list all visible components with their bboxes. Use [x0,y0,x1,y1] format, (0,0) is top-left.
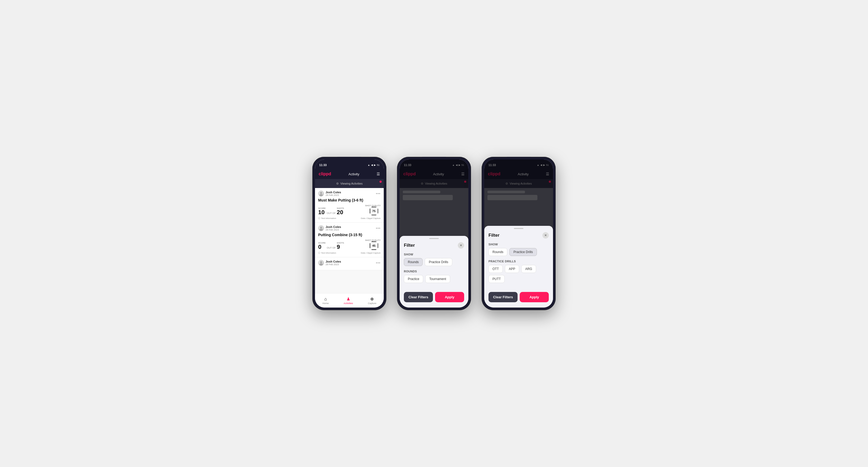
score-value-2: 0 [318,244,326,250]
activity-title-2: Putting Combine (3-15 ft) [318,233,380,237]
shot-quality-label-1: Shot Quality [365,205,380,207]
clear-filters-btn-2[interactable]: Clear Filters [404,292,433,302]
avatar-1 [318,191,324,196]
user-date-1: 28 Feb 2023 [326,194,341,196]
drill-arg-btn[interactable]: ARG [521,265,536,273]
activity-card-3[interactable]: Josh Coles 28 Feb 2023 ••• [315,257,384,270]
score-value-1: 10 [318,210,326,215]
apply-btn-2[interactable]: Apply [435,292,464,302]
user-date-3: 28 Feb 2023 [326,263,341,266]
menu-icon-1[interactable]: ☰ [377,172,380,176]
user-details-1: Josh Coles 28 Feb 2023 [326,191,341,196]
drill-app-btn[interactable]: APP [505,265,519,273]
user-info-3: Josh Coles 28 Feb 2023 [318,260,341,266]
user-name-1: Josh Coles [326,191,341,194]
rounds-practice-btn-2[interactable]: Practice [404,275,423,283]
filter-header-2: Filter ✕ [400,239,468,251]
more-menu-1[interactable]: ••• [376,191,380,196]
wifi-icon: ◀ [371,164,373,166]
more-menu-3[interactable]: ••• [376,261,380,265]
more-menu-2[interactable]: ••• [376,226,380,230]
show-drills-btn-3[interactable]: Practice Drills [509,248,537,256]
status-time-1: 11:33 [319,163,327,166]
score-col-2: Score 0 [318,242,326,250]
card-footer-1: ⓘ Test Information Data: Clippd Capture [318,217,380,220]
drill-ott-btn[interactable]: OTT [489,265,503,273]
phone-2-screen: 11:33 ▲ ◀ ▶ 51 clippd Activity ☰ ⚙ Viewi… [400,159,468,308]
close-filter-2[interactable]: ✕ [458,242,464,249]
filter-title-3: Filter [489,233,500,238]
notification-dot-1 [379,181,382,183]
card-footer-2: ⓘ Test Information Data: Clippd Capture [318,251,380,254]
test-info-2[interactable]: ⓘ Test Information [318,251,336,254]
apply-btn-3[interactable]: Apply [520,292,549,302]
bottom-nav-1: ⌂ Home ♟ Activities ⊕ Capture [315,293,384,308]
nav-capture-label: Capture [368,302,376,305]
drill-putt-btn[interactable]: PUTT [489,275,505,283]
phone-1: 11:33 ▲ ◀ ▶ 51 clippd Activity ☰ ⚙ Viewi… [312,157,386,310]
filter-title-2: Filter [404,243,415,248]
user-info-2: Josh Coles 28 Feb 2023 [318,225,341,231]
data-source-2: Data: Clippd Capture [361,252,380,254]
filter-body-2: Show Rounds Practice Drills Rounds Pract… [400,251,468,289]
viewing-bar-text-1: Viewing Activities [340,182,363,185]
activity-card-2[interactable]: Josh Coles 28 Feb 2023 ••• Putting Combi… [315,223,384,257]
shots-value-2: 9 [337,244,344,250]
close-filter-3[interactable]: ✕ [542,232,549,239]
nav-capture-1[interactable]: ⊕ Capture [368,297,376,305]
shots-col-2: Shots 9 [337,242,344,250]
svg-point-2 [320,227,322,228]
svg-point-4 [320,261,322,263]
svg-point-1 [319,194,323,196]
user-name-3: Josh Coles [326,260,341,263]
shots-value-1: 20 [337,210,344,215]
shot-quality-2: Shot Quality 45 [365,239,380,250]
phone-3: 11:33 ▲ ◀ ▶ 51 clippd Activity ☰ ⚙ Viewi… [482,157,556,310]
phone-1-screen: 11:33 ▲ ◀ ▶ 51 clippd Activity ☰ ⚙ Viewi… [315,159,384,308]
rounds-buttons-2: Practice Tournament [404,275,464,283]
drills-buttons-3: OTT APP ARG PUTT [489,265,549,283]
filter-body-3: Show Rounds Practice Drills Practice Dri… [484,241,553,289]
clear-filters-btn-3[interactable]: Clear Filters [489,292,518,302]
card-header-1: Josh Coles 28 Feb 2023 ••• [318,191,380,196]
avatar-2 [318,225,324,231]
user-name-2: Josh Coles [326,225,341,228]
activity-title-1: Must Make Putting (3-6 ft) [318,198,380,202]
show-rounds-btn-3[interactable]: Rounds [489,248,507,256]
shot-quality-badge-2: 45 [370,242,378,250]
stats-row-1: Score 10 OUT OF Shots 20 Shot Qua [318,205,380,215]
rounds-tournament-btn-2[interactable]: Tournament [425,275,450,283]
show-rounds-btn-2[interactable]: Rounds [404,258,423,266]
user-details-3: Josh Coles 28 Feb 2023 [326,260,341,266]
phone-3-screen: 11:33 ▲ ◀ ▶ 51 clippd Activity ☰ ⚙ Viewi… [484,159,553,308]
info-icon-2: ⓘ [318,251,320,254]
nav-home-1[interactable]: ⌂ Home [322,297,329,305]
show-label-3: Show [489,243,549,246]
stats-section-2: Score 0 OUT OF Shots 9 [318,242,344,250]
nav-activities-1[interactable]: ♟ Activities [344,297,353,305]
viewing-bar-1[interactable]: ⚙ Viewing Activities [315,179,384,188]
activity-card-1[interactable]: Josh Coles 28 Feb 2023 ••• Must Make Put… [315,188,384,223]
filter-footer-2: Clear Filters Apply [400,289,468,308]
data-source-1: Data: Clippd Capture [361,217,380,219]
filter-footer-3: Clear Filters Apply [484,289,553,308]
activities-icon: ♟ [346,297,350,302]
filter-header-3: Filter ✕ [484,229,553,241]
user-info-1: Josh Coles 28 Feb 2023 [318,191,341,196]
svg-point-3 [319,229,323,231]
show-label-2: Show [404,253,464,256]
status-icons-1: ▲ ◀ ▶ 51 [368,164,379,166]
test-info-1[interactable]: ⓘ Test Information [318,217,336,220]
filter-modal-2: Filter ✕ Show Rounds Practice Drills Rou… [400,236,468,308]
show-drills-btn-2[interactable]: Practice Drills [425,258,452,266]
card-header-2: Josh Coles 28 Feb 2023 ••• [318,225,380,231]
drills-label-3: Practice Drills [489,260,549,263]
user-details-2: Josh Coles 28 Feb 2023 [326,225,341,231]
shot-quality-1: Shot Quality 75 [365,205,380,215]
nav-activities-label: Activities [344,302,353,305]
activity-list-1[interactable]: Josh Coles 28 Feb 2023 ••• Must Make Put… [315,188,384,293]
app-header-1: clippd Activity ☰ [315,169,384,179]
show-buttons-3: Rounds Practice Drills [489,248,549,256]
shots-col-1: Shots 20 [337,207,344,215]
phones-container: 11:33 ▲ ◀ ▶ 51 clippd Activity ☰ ⚙ Viewi… [312,157,556,310]
